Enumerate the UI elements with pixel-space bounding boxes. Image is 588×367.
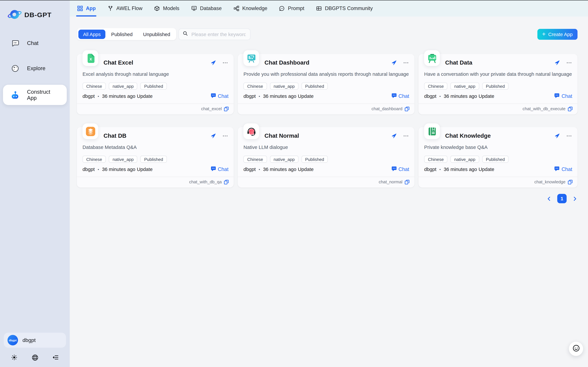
more-menu-icon[interactable] [566,60,572,66]
knowledge-book-icon [424,123,440,139]
flow-branch-icon [108,5,113,11]
app-title: Chat Dashboard [265,59,309,66]
dingtalk-wing-icon[interactable] [554,133,560,139]
app-updated: 36 minutes ago [263,167,296,172]
tag-chip: native_app [109,156,138,163]
chat-bubble-icon [391,166,397,173]
tag-chip: Published [301,156,328,163]
update-label: Update [479,167,494,172]
app-owner: dbgpt [83,93,95,99]
tag-chip: Published [482,156,509,163]
more-menu-icon[interactable] [403,60,409,66]
app-description: Excel analysis through natural language [83,71,228,77]
app-owner: dbgpt [424,93,436,99]
tab-label: AWEL Flow [116,5,142,11]
chat-button[interactable]: Chat [211,93,228,100]
more-menu-icon[interactable] [403,133,409,139]
dingtalk-wing-icon[interactable] [391,60,397,66]
collapse-sidebar-icon[interactable] [52,354,59,361]
app-card-chat-db[interactable]: Chat DB Database Metadata Q&A Chines [77,127,234,188]
filter-all-apps[interactable]: All Apps [78,29,106,39]
app-card-chat-knowledge[interactable]: Chat Knowledge Private knowledge base Q&… [419,127,578,188]
tab-knowledge[interactable]: Knowledge [233,0,267,17]
chat-bubble-outline-icon [10,39,20,48]
sidebar-item-construct-app[interactable]: Construct App [3,85,67,105]
dingtalk-wing-icon[interactable] [391,133,397,139]
filter-published[interactable]: Published [106,29,137,39]
chat-button[interactable]: Chat [555,166,572,173]
robot-icon [10,91,20,100]
app-title: Chat Excel [103,59,133,66]
sidebar-item-explore[interactable]: Explore [3,60,67,77]
dashboard-chart-icon [243,50,259,66]
app-code: chat_with_db_qa [189,180,222,184]
copy-icon[interactable] [224,106,229,111]
user-profile-chip[interactable]: dbgpt dbgpt [4,333,66,348]
search-icon [183,31,188,38]
filter-unpublished[interactable]: Unpublished [138,29,175,39]
more-menu-icon[interactable] [566,133,572,139]
app-code: chat_with_db_execute [523,107,566,111]
message-circle-icon [279,5,285,11]
chat-bubble-icon [211,166,216,173]
dot-separator: • [259,94,260,98]
chat-button[interactable]: Chat [391,93,409,100]
tab-prompt[interactable]: Prompt [279,0,304,17]
theme-sun-icon[interactable] [10,354,18,361]
app-description: Database Metadata Q&A [83,144,228,150]
dingtalk-wing-icon[interactable] [210,133,216,139]
app-owner: dbgpt [424,167,436,172]
explore-planet-icon [10,64,20,73]
app-card-chat-data[interactable]: Chat Data Have a conversation with your … [419,54,578,115]
copy-icon[interactable] [404,179,410,184]
sidebar-item-label: Explore [27,65,45,71]
tab-database[interactable]: SQL Database [191,0,222,17]
prev-page-icon[interactable] [546,196,552,201]
dbgpt-logo: DB-GPT [7,8,70,22]
next-page-icon[interactable] [572,196,578,201]
tab-label: Knowledge [242,5,267,11]
language-globe-icon[interactable] [31,354,39,361]
app-code: chat_knowledge [534,180,565,184]
app-title: Chat Knowledge [445,133,491,139]
nodes-icon [233,5,239,11]
tag-chip: Published [141,83,167,90]
db-layers-icon [83,123,98,139]
tag-chip: Chinese [424,156,447,163]
tab-awel-flow[interactable]: AWEL Flow [108,0,142,17]
app-card-chat-normal[interactable]: Chat Normal Native LLM dialogue Chin [238,127,414,188]
search-box [179,28,251,40]
svg-text:SQL: SQL [192,7,196,8]
tag-chip: Published [141,156,167,163]
copy-icon[interactable] [404,106,410,111]
tag-chip: native_app [109,83,138,90]
dot-separator: • [98,167,99,171]
copy-icon[interactable] [567,179,573,184]
more-menu-icon[interactable] [222,133,228,139]
dingtalk-wing-icon[interactable] [210,60,216,66]
app-card-chat-dashboard[interactable]: Chat Dashboard Provide you with professi… [238,54,414,115]
chat-button[interactable]: Chat [391,166,409,173]
tab-app[interactable]: App [77,0,96,17]
more-menu-icon[interactable] [222,60,228,66]
chat-bubble-icon [391,93,397,100]
copy-icon[interactable] [567,106,573,111]
tag-chip: Chinese [243,83,267,90]
page-number[interactable]: 1 [557,194,567,203]
tag-chip: native_app [450,156,479,163]
dingtalk-wing-icon[interactable] [554,60,560,66]
feedback-smiley-button[interactable] [569,342,583,356]
tab-models[interactable]: Models [154,0,179,17]
sidebar-item-label: Construct App [27,89,59,101]
chat-button[interactable]: Chat [555,93,572,100]
tab-dbgpts-community[interactable]: DBGPTS Community [316,0,373,17]
create-app-button[interactable]: + Create App [537,29,578,40]
sidebar-item-chat[interactable]: Chat [3,34,67,52]
tag-list: Chinese native_app Published [243,83,409,90]
tag-chip: Published [301,83,328,90]
search-input[interactable] [190,31,246,37]
chat-button[interactable]: Chat [211,166,228,173]
top-nav: App AWEL Flow Models [70,0,588,17]
copy-icon[interactable] [224,179,229,184]
app-card-chat-excel[interactable]: X Chat Excel [77,54,234,115]
